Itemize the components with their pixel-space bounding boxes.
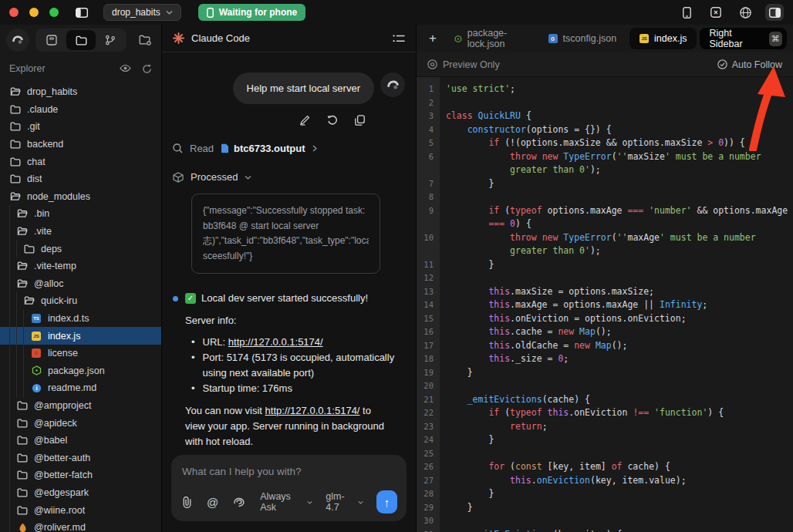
new-tab-button[interactable]: +: [424, 31, 441, 46]
line-number: 3: [417, 109, 440, 123]
code-line-text: }: [488, 177, 793, 191]
sidebar-toggle-icon[interactable]: [73, 4, 91, 21]
folder-open-icon: [10, 87, 21, 96]
indent-guide: [9, 449, 16, 466]
server-url-link[interactable]: http://127.0.0.1:5174/: [228, 336, 323, 348]
tree-item--roliver-md[interactable]: @roliver.md: [0, 519, 161, 532]
line-number: 12: [417, 271, 440, 285]
status-badge[interactable]: Waiting for phone: [198, 4, 306, 21]
line-number: 10: [417, 231, 440, 258]
retry-icon[interactable]: [327, 115, 338, 126]
code-line-text: this.oldCache = new Map();: [488, 339, 793, 353]
folder-open-icon: [10, 192, 21, 201]
code-line-11: 11}: [417, 258, 793, 272]
tree-item--ampproject[interactable]: @ampproject: [0, 397, 161, 415]
indent-guide: [16, 292, 23, 310]
zoom-window-button[interactable]: [49, 8, 59, 17]
new-folder-icon[interactable]: [139, 35, 151, 45]
close-window-button[interactable]: [9, 8, 19, 17]
bullet-dot: [173, 296, 178, 301]
tree-item-label: .git: [27, 121, 40, 132]
tree-item-readme-md[interactable]: ireadme.md: [0, 379, 161, 397]
line-number: 5: [417, 136, 440, 150]
code-view: 1'use strict';23class QuickLRU {4constru…: [417, 77, 793, 532]
indent-guide: [9, 292, 16, 310]
indent-guide: [9, 484, 16, 502]
tree-item--claude[interactable]: .claude: [0, 101, 161, 119]
tab-index-js[interactable]: JSindex.js: [629, 28, 697, 49]
indent-guide: [23, 362, 30, 380]
tree-item--better-fatch[interactable]: @better-fatch: [0, 466, 161, 484]
tree-item-chat[interactable]: chat: [0, 153, 161, 170]
folder-icon: [17, 453, 28, 463]
search-icon: [173, 143, 183, 153]
tree-item--vite[interactable]: .vite: [0, 223, 161, 241]
send-button[interactable]: ↑: [376, 490, 397, 513]
tree-item-backend[interactable]: backend: [0, 136, 161, 153]
tree-item--alloc[interactable]: @alloc: [0, 275, 161, 293]
app-logo[interactable]: [6, 29, 29, 52]
read-file-chip[interactable]: btc6733.output: [221, 143, 305, 154]
right-panel-toggle-icon[interactable]: [765, 4, 784, 21]
chevron-right-icon: [312, 145, 317, 152]
model-dropdown[interactable]: glm-4.7: [326, 491, 363, 513]
files-panel-button[interactable]: [66, 30, 96, 50]
tab-package-lock-json[interactable]: package-lock.json: [444, 28, 535, 49]
indent-guide: [9, 397, 16, 415]
tool-read-row[interactable]: Read btc6733.output: [173, 143, 405, 154]
copy-icon[interactable]: [355, 115, 365, 126]
mention-icon[interactable]: @: [207, 496, 218, 509]
tree-item-label: chat: [27, 157, 46, 167]
tree-item--vite-temp[interactable]: .vite-temp: [0, 258, 161, 275]
project-dropdown[interactable]: drop_habits: [103, 4, 181, 21]
tree-item-deps[interactable]: deps: [0, 240, 161, 258]
tree-item-label: @roliver.md: [34, 522, 86, 532]
server-url-link[interactable]: http://127.0.0.1:5174/: [265, 405, 360, 416]
tree-item-node-modules[interactable]: node_modules: [0, 188, 161, 206]
tree-item--wiine-root[interactable]: @wiine.root: [0, 501, 161, 519]
tree-item-quick-iru[interactable]: quick-iru: [0, 292, 161, 310]
indent-guide: [9, 432, 16, 450]
eye-icon[interactable]: [120, 64, 131, 74]
tree-item--edgespark[interactable]: @edgespark: [0, 484, 161, 502]
tree-item--bin[interactable]: .bin: [0, 205, 161, 223]
line-number: 16: [417, 325, 440, 339]
attach-icon[interactable]: [182, 497, 192, 508]
right-sidebar-button[interactable]: Right Sidebar ⌘: [700, 28, 787, 49]
permission-mode-dropdown[interactable]: Always Ask: [260, 491, 312, 513]
chat-outline-icon[interactable]: [393, 34, 405, 43]
chevron-down-icon: [358, 500, 363, 504]
tree-item--git[interactable]: .git: [0, 118, 161, 136]
chat-input[interactable]: [182, 466, 397, 477]
code-line-21: 21_emitEvictions(cache) {: [417, 393, 793, 407]
package-json-icon: [32, 365, 42, 375]
tasks-panel-button[interactable]: [37, 30, 66, 50]
edit-message-icon[interactable]: [299, 115, 310, 126]
code-line-text: this._size = 0;: [488, 352, 793, 366]
tree-item-index-d-ts[interactable]: TSindex.d.ts: [0, 310, 161, 328]
user-message-bubble: Help me start local server: [233, 72, 374, 104]
tab-tsconfig-json[interactable]: {}tsconfig.json: [538, 28, 626, 49]
git-panel-button[interactable]: [96, 30, 125, 50]
tool-processed-row[interactable]: Processed: [173, 171, 405, 183]
auto-follow-toggle[interactable]: Auto Follow: [717, 59, 782, 70]
tree-item-package-json[interactable]: package.json: [0, 362, 161, 380]
code-line-12: 12: [417, 271, 793, 285]
tree-item-index-js[interactable]: JSindex.js: [0, 327, 161, 345]
chat-composer: @ Always Ask glm-4.7 ↑: [171, 455, 407, 521]
minimize-window-button[interactable]: [29, 8, 39, 17]
tool-output-line: sceesfully!"}: [203, 249, 369, 264]
mobile-preview-icon[interactable]: [677, 4, 696, 21]
globe-icon[interactable]: [736, 4, 754, 21]
refresh-icon[interactable]: [142, 64, 152, 74]
tree-item-dist[interactable]: dist: [0, 170, 161, 188]
claude-swirl-icon[interactable]: [233, 497, 245, 507]
code-line-20: 20: [417, 379, 793, 393]
tree-item-license[interactable]: ≡license: [0, 345, 161, 362]
tree-item--apideck[interactable]: @apideck: [0, 414, 161, 432]
titlebar: drop_habits Waiting for phone: [0, 0, 793, 25]
tree-item--better-auth[interactable]: @better-auth: [0, 449, 161, 466]
tree-item-drop-habits[interactable]: drop_habits: [0, 83, 161, 101]
tree-item--babel[interactable]: @babel: [0, 432, 161, 450]
close-panel-icon[interactable]: [707, 4, 725, 21]
